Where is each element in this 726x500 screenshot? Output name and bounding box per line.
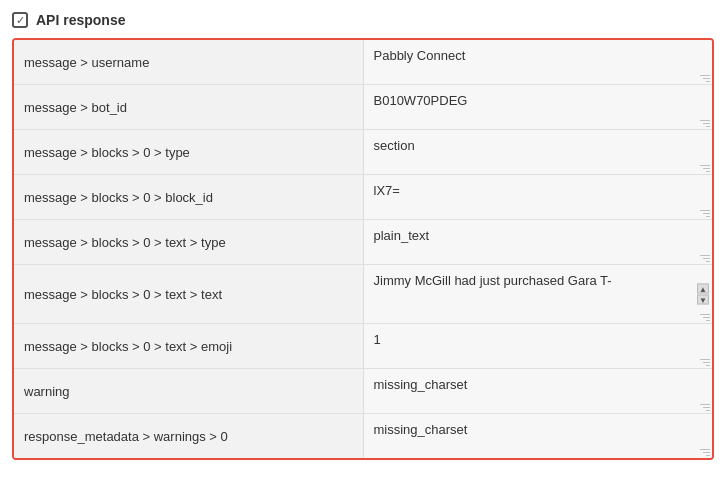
resize-handle-icon[interactable] <box>698 160 710 172</box>
value-cell[interactable]: 1 <box>364 324 713 368</box>
key-cell: response_metadata > warnings > 0 <box>14 414 364 458</box>
value-text: section <box>374 138 703 153</box>
value-text: Jimmy McGill had just purchased Gara T- <box>374 273 703 288</box>
value-text: missing_charset <box>374 377 703 392</box>
value-cell[interactable]: missing_charset <box>364 369 713 413</box>
key-cell: message > username <box>14 40 364 84</box>
resize-handle-icon[interactable] <box>698 250 710 262</box>
value-text: plain_text <box>374 228 703 243</box>
resize-handle-icon[interactable] <box>698 309 710 321</box>
value-cell[interactable]: section <box>364 130 713 174</box>
scroll-up-button[interactable]: ▲ <box>697 284 709 294</box>
section-header: API response <box>12 12 714 28</box>
key-cell: message > blocks > 0 > block_id <box>14 175 364 219</box>
key-cell: message > blocks > 0 > type <box>14 130 364 174</box>
table-row: message > blocks > 0 > text > text▲▼Jimm… <box>14 265 712 324</box>
main-container: API response message > usernamePabbly Co… <box>0 0 726 500</box>
value-cell[interactable]: lX7= <box>364 175 713 219</box>
table-row: warningmissing_charset <box>14 369 712 414</box>
value-text: missing_charset <box>374 422 703 437</box>
scroll-arrows[interactable]: ▲▼ <box>697 284 709 305</box>
value-text: 1 <box>374 332 703 347</box>
key-cell: message > blocks > 0 > text > emoji <box>14 324 364 368</box>
table-row: message > blocks > 0 > text > typeplain_… <box>14 220 712 265</box>
key-cell: message > bot_id <box>14 85 364 129</box>
value-text: Pabbly Connect <box>374 48 703 63</box>
resize-handle-icon[interactable] <box>698 399 710 411</box>
value-cell[interactable]: B010W70PDEG <box>364 85 713 129</box>
section-checkbox[interactable] <box>12 12 28 28</box>
value-text: lX7= <box>374 183 703 198</box>
resize-handle-icon[interactable] <box>698 205 710 217</box>
resize-handle-icon[interactable] <box>698 354 710 366</box>
key-cell: message > blocks > 0 > text > type <box>14 220 364 264</box>
table-row: message > blocks > 0 > text > emoji1 <box>14 324 712 369</box>
scroll-area[interactable]: message > usernamePabbly Connectmessage … <box>14 40 712 458</box>
table-row: response_metadata > warnings > 0missing_… <box>14 414 712 458</box>
scroll-down-button[interactable]: ▼ <box>697 295 709 305</box>
resize-handle-icon[interactable] <box>698 70 710 82</box>
resize-handle-icon[interactable] <box>698 115 710 127</box>
resize-handle-icon[interactable] <box>698 444 710 456</box>
table-row: message > blocks > 0 > block_idlX7= <box>14 175 712 220</box>
value-cell[interactable]: Pabbly Connect <box>364 40 713 84</box>
table-row: message > usernamePabbly Connect <box>14 40 712 85</box>
value-cell[interactable]: plain_text <box>364 220 713 264</box>
key-cell: warning <box>14 369 364 413</box>
api-response-box: message > usernamePabbly Connectmessage … <box>12 38 714 460</box>
table-row: message > blocks > 0 > typesection <box>14 130 712 175</box>
value-cell[interactable]: ▲▼Jimmy McGill had just purchased Gara T… <box>364 265 713 323</box>
value-cell[interactable]: missing_charset <box>364 414 713 458</box>
table-row: message > bot_idB010W70PDEG <box>14 85 712 130</box>
key-cell: message > blocks > 0 > text > text <box>14 265 364 323</box>
value-text: B010W70PDEG <box>374 93 703 108</box>
section-title: API response <box>36 12 125 28</box>
